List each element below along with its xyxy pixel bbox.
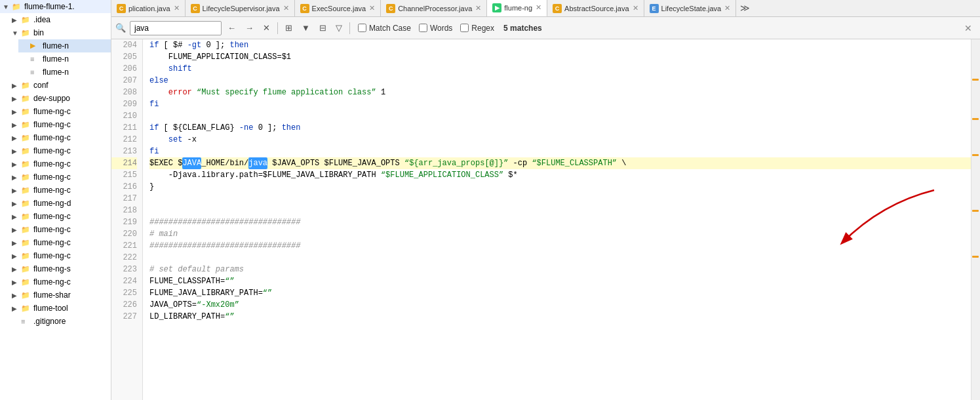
code-214-6: JAVA — [357, 157, 376, 169]
words-label: Words — [430, 24, 452, 33]
ln-213: 213 — [111, 146, 137, 157]
tab-close-es[interactable]: ✕ — [369, 4, 375, 12]
tab-close-app[interactable]: ✕ — [174, 4, 180, 12]
main-area: C plication.java ✕ C LifecycleSupervisor… — [111, 0, 980, 400]
run-file-icon: ▶ — [30, 41, 41, 51]
folder-icon-conf: 📁 — [21, 80, 31, 90]
sidebar-label-bin: bin — [33, 28, 44, 37]
tab-close-ls[interactable]: ✕ — [724, 4, 730, 12]
tree-arrow-idea: ▶ — [12, 16, 21, 24]
kw-then2: then — [282, 122, 301, 134]
ln-211: 211 — [111, 122, 137, 134]
code-224-1: FLUME_CLASSPATH= — [149, 275, 225, 287]
tab-icon-es: C — [300, 4, 309, 13]
search-prev-btn[interactable]: ← — [224, 21, 239, 35]
sidebar-item-fngc5[interactable]: ▶ 📁 flume-ng-c — [9, 157, 111, 170]
tab-application[interactable]: C plication.java ✕ — [111, 0, 186, 17]
tab-close-as[interactable]: ✕ — [633, 4, 638, 12]
sidebar-item-fngs[interactable]: ▶ 📁 flume-ng-s — [9, 262, 111, 275]
folder-icon-fngc4: 📁 — [21, 146, 31, 156]
code-line-204: if [ $# -gt 0 ]; then — [149, 39, 971, 51]
tree-arrow-fngc11: ▶ — [12, 252, 21, 260]
sidebar-item-fngc2[interactable]: ▶ 📁 flume-ng-c — [9, 118, 111, 131]
search-tool2-btn[interactable]: ▼ — [298, 21, 313, 35]
match-case-option[interactable]: Match Case — [358, 24, 411, 33]
sidebar-item-idea[interactable]: ▶ 📁 .idea — [9, 13, 111, 26]
sidebar-label-fngs: flume-ng-s — [33, 264, 71, 273]
tree-arrow-fngc10: ▶ — [12, 239, 21, 247]
search-input[interactable] — [130, 21, 222, 35]
code-line-214: $EXEC $JAVA_HOME/bin/java $JAVA_OPTS $FL… — [149, 157, 971, 169]
sidebar-item-fngc12[interactable]: ▶ 📁 flume-ng-c — [9, 275, 111, 289]
sidebar-item-fngd[interactable]: ▶ 📁 flume-ng-d — [9, 197, 111, 210]
code-225-1: FLUME_ — [149, 287, 178, 299]
search-filter-btn[interactable]: ▽ — [332, 21, 345, 35]
code-208-sp2 — [192, 87, 197, 98]
file-icon-sh2: ≡ — [30, 67, 41, 77]
sidebar-label-fngc4: flume-ng-c — [33, 146, 71, 155]
words-option[interactable]: Words — [419, 24, 452, 33]
scrollbar[interactable] — [971, 39, 980, 400]
tab-flume-ng[interactable]: ▶ flume-ng ✕ — [487, 0, 547, 17]
sidebar-item-conf[interactable]: ▶ 📁 conf — [9, 79, 111, 92]
sidebar-item-flume-run[interactable]: ▶ flume-n — [18, 39, 111, 52]
str-215: “$FLUME_APPLICATION_CLASS” — [381, 169, 503, 181]
ln-210: 210 — [111, 110, 137, 122]
tab-close-cp[interactable]: ✕ — [475, 4, 481, 12]
kw-ne: -ne — [239, 122, 254, 134]
sidebar-item-fngc7[interactable]: ▶ 📁 flume-ng-c — [9, 184, 111, 197]
search-close-btn[interactable]: ✕ — [960, 22, 976, 35]
tree-arrow-conf: ▶ — [12, 82, 21, 89]
sidebar-item-flume2[interactable]: ≡ flume-n — [18, 52, 111, 66]
search-tool1-btn[interactable]: ⊞ — [282, 21, 296, 35]
folder-icon-fngc10: 📁 — [21, 237, 31, 248]
code-content[interactable]: if [ $# -gt 0 ]; then FLUME_APPLICATION_… — [143, 39, 971, 400]
code-212-sp — [149, 134, 168, 146]
code-226-2: _OPTS= — [168, 299, 197, 311]
sidebar-item-dev[interactable]: ▶ 📁 dev-suppo — [9, 92, 111, 105]
sidebar-item-flume3[interactable]: ≡ flume-n — [18, 66, 111, 79]
search-next-btn[interactable]: → — [242, 21, 257, 35]
tab-close-fng[interactable]: ✕ — [536, 3, 541, 12]
tab-lifecycle-state[interactable]: E LifecycleState.java ✕ — [644, 0, 737, 17]
words-checkbox[interactable] — [419, 24, 427, 32]
sidebar-item-fngshar[interactable]: ▶ 📁 flume-shar — [9, 289, 111, 302]
sidebar-item-gitignore[interactable]: ≡ .gitignore — [9, 315, 111, 328]
tab-label-es: ExecSource.java — [312, 5, 366, 12]
sidebar-item-fngc3[interactable]: ▶ 📁 flume-ng-c — [9, 131, 111, 144]
scrollbar-marker-1 — [972, 79, 979, 81]
code-line-213: fi — [149, 146, 971, 157]
code-208-1: 1 — [376, 87, 385, 98]
match-case-checkbox[interactable] — [358, 24, 366, 32]
search-clear-btn[interactable]: ✕ — [260, 21, 273, 35]
tab-channel[interactable]: C ChannelProcessor.java ✕ — [381, 0, 487, 17]
folder-icon-fngc3: 📁 — [21, 132, 31, 143]
regex-option[interactable]: Regex — [460, 24, 494, 33]
kw-if1: if — [149, 39, 159, 51]
tab-close-lcs[interactable]: ✕ — [283, 4, 289, 12]
tree-arrow-fngc4: ▶ — [12, 148, 21, 155]
sidebar-item-fngc10[interactable]: ▶ 📁 flume-ng-c — [9, 236, 111, 249]
tab-overflow-btn[interactable]: ≫ — [736, 3, 754, 14]
tab-icon-app: C — [117, 4, 126, 13]
sidebar-item-fngc4[interactable]: ▶ 📁 flume-ng-c — [9, 144, 111, 157]
tab-abstract[interactable]: C AbstractSource.java ✕ — [547, 0, 644, 17]
regex-checkbox[interactable] — [460, 24, 469, 32]
sidebar-item-fngc1[interactable]: ▶ 📁 flume-ng-c — [9, 105, 111, 118]
code-line-205: FLUME_APPLICATION_CLASS=$1 — [149, 51, 971, 63]
sidebar-item-bin[interactable]: ▼ 📁 bin — [9, 26, 111, 39]
tree-arrow-fngc2: ▶ — [12, 121, 21, 129]
tab-exec-source[interactable]: C ExecSource.java ✕ — [295, 0, 382, 17]
sidebar-label-f2: flume-n — [43, 54, 69, 64]
tab-lifecycle-sup[interactable]: C LifecycleSupervisor.java ✕ — [186, 0, 295, 17]
sidebar-item-fngc6[interactable]: ▶ 📁 flume-ng-c — [9, 170, 111, 184]
sidebar-item-fngc11[interactable]: ▶ 📁 flume-ng-c — [9, 249, 111, 262]
sidebar-item-fngc8[interactable]: ▶ 📁 flume-ng-c — [9, 210, 111, 223]
tree-arrow-fngc1: ▶ — [12, 108, 21, 115]
sidebar-item-root[interactable]: ▼ 📁 flume-flume-1. — [0, 0, 111, 13]
sidebar-item-fngc9[interactable]: ▶ 📁 flume-ng-c — [9, 223, 111, 236]
code-area: 204 205 206 207 208 209 210 211 212 213 … — [111, 39, 980, 400]
comment-221: ################################ — [149, 240, 300, 252]
search-tool3-btn[interactable]: ⊟ — [316, 21, 330, 35]
sidebar-item-fngtool[interactable]: ▶ 📁 flume-tool — [9, 302, 111, 315]
